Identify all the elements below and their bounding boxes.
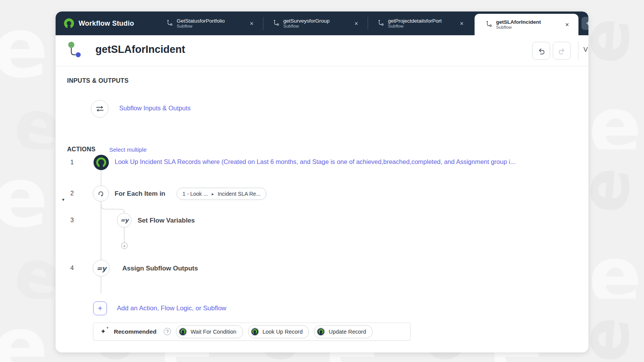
clipped-right-button[interactable]: V xyxy=(583,46,588,54)
recommended-pill-wait-for-condition[interactable]: Wait For Condition xyxy=(176,325,243,338)
undo-icon xyxy=(537,47,545,55)
tab-sublabel: Subflow xyxy=(177,24,225,29)
pill-field: Incident SLA Re... xyxy=(218,191,261,197)
assign-subflow-outputs-icon: =y xyxy=(93,260,110,277)
undo-button[interactable] xyxy=(532,42,550,60)
tab-getsurveysforgroup[interactable]: getSurveysforGroup Subflow ✕ xyxy=(269,11,368,35)
app-title: Workflow Studio xyxy=(79,20,134,28)
help-icon[interactable]: ? xyxy=(164,328,171,335)
tab-getprojectdetailsforport[interactable]: getProjectdetailsforPort Subflow ✕ xyxy=(373,11,473,35)
tab-sublabel: Subflow xyxy=(283,24,330,29)
action-record-icon xyxy=(179,328,187,336)
subflow-icon xyxy=(378,20,384,28)
redo-button[interactable] xyxy=(553,42,571,60)
close-icon[interactable]: ✕ xyxy=(353,20,360,27)
for-each-loop-icon xyxy=(93,185,109,201)
tab-label: GetStatusforPortfolio xyxy=(177,18,225,24)
section-heading-actions: ACTIONS xyxy=(67,146,95,153)
action-number: 1 xyxy=(71,159,74,166)
tab-sublabel: Subflow xyxy=(496,25,541,30)
pill-separator-icon: ▸ xyxy=(212,192,214,197)
sparkle-icon: ✦+ xyxy=(100,328,109,336)
set-flow-variables-label: Set Flow Variables xyxy=(138,217,195,224)
recommended-pill-update-record[interactable]: Update Record xyxy=(314,325,373,338)
pill-source: 1 - Look ... xyxy=(182,191,208,197)
add-action-button[interactable]: + Add an Action, Flow Logic, or Subflow xyxy=(93,301,226,315)
select-multiple-link[interactable]: Select multiple xyxy=(109,146,147,153)
close-icon[interactable]: ✕ xyxy=(248,20,255,27)
flow-header: getSLAforIncident V xyxy=(56,35,588,66)
assign-subflow-outputs-label: Assign Subflow Outputs xyxy=(122,265,198,272)
subflow-inputs-outputs-link[interactable]: Subflow Inputs & Outputs xyxy=(119,105,191,112)
set-flow-variables-icon: =y xyxy=(117,213,131,228)
recommended-label: Recommended xyxy=(114,328,156,335)
for-each-label: For Each Item in xyxy=(115,190,165,198)
close-icon[interactable]: ✕ xyxy=(458,20,465,27)
swap-arrows-icon[interactable] xyxy=(91,100,108,118)
look-up-record-icon xyxy=(94,155,109,170)
inline-add-button[interactable]: + xyxy=(121,242,128,249)
tab-label: getProjectdetailsforPort xyxy=(388,18,442,24)
redo-icon xyxy=(558,47,566,55)
tab-sublabel: Subflow xyxy=(388,24,442,29)
tab-label: getSurveysforGroup xyxy=(283,18,330,24)
workflow-studio-logo-icon xyxy=(64,18,74,28)
action-record-icon xyxy=(251,328,259,336)
action-number: 3 xyxy=(71,217,74,224)
tab-getstatusforportfolio[interactable]: GetStatusforPortfolio Subflow ✕ xyxy=(162,11,263,35)
subflow-title-icon xyxy=(67,41,83,61)
subflow-icon xyxy=(486,21,492,29)
tab-divider xyxy=(368,17,368,30)
header-divider xyxy=(578,41,578,60)
subflow-icon xyxy=(273,20,279,28)
recommended-pill-look-up-record[interactable]: Look Up Record xyxy=(248,325,309,338)
section-heading-inputs-outputs: INPUTS & OUTPUTS xyxy=(67,77,128,84)
pill-label: Wait For Condition xyxy=(191,329,237,335)
pill-label: Update Record xyxy=(329,329,366,335)
workflow-studio-window: Workflow Studio GetStatusforPortfolio Su… xyxy=(56,11,588,352)
collapse-caret-icon[interactable]: ▾ xyxy=(62,197,64,202)
action-record-icon xyxy=(317,328,325,336)
tab-getslaforincident-active[interactable]: getSLAforIncident Subflow ✕ xyxy=(475,14,578,35)
subflow-icon xyxy=(167,20,173,28)
top-bar: Workflow Studio GetStatusforPortfolio Su… xyxy=(56,11,588,35)
tab-divider xyxy=(263,17,263,30)
recommended-bar: ✦+ Recommended ? Wait For Condition Look… xyxy=(93,323,411,341)
new-tab-button[interactable]: + xyxy=(582,17,588,30)
action-1-link[interactable]: Look Up Incident SLA Records where (Crea… xyxy=(115,158,584,165)
for-each-reference-pill[interactable]: 1 - Look ... ▸ Incident SLA Re... xyxy=(177,188,266,200)
tab-label: getSLAforIncident xyxy=(496,19,541,25)
close-icon[interactable]: ✕ xyxy=(564,21,571,28)
app-brand: Workflow Studio xyxy=(64,11,134,35)
add-action-label: Add an Action, Flow Logic, or Subflow xyxy=(117,305,226,312)
plus-icon: + xyxy=(93,301,107,315)
action-number: 2 xyxy=(71,190,74,197)
pill-label: Look Up Record xyxy=(263,329,303,335)
action-number: 4 xyxy=(71,265,74,272)
page-title: getSLAforIncident xyxy=(95,44,185,56)
